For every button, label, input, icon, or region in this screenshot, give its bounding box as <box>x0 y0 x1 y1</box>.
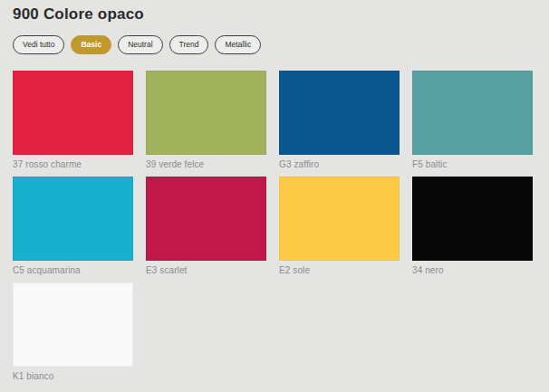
filter-chip-label: Vedi tutto <box>23 41 54 49</box>
color-swatch-e2-sole: E2 sole <box>279 177 400 276</box>
filter-chip-basic[interactable]: Basic <box>71 35 111 54</box>
filter-chip-label: Trend <box>179 41 199 49</box>
swatch-label: G3 zaffiro <box>279 159 400 170</box>
swatch-label: 34 nero <box>412 265 533 276</box>
swatch-label: C5 acquamarina <box>13 265 133 276</box>
filter-chip-group: Vedi tutto Basic Neutral Trend Metallic <box>13 35 536 54</box>
color-swatch-39-verde-felce: 39 verde felce <box>146 71 266 170</box>
filter-chip-label: Metallic <box>225 41 251 49</box>
swatch-label: K1 bianco <box>13 371 133 382</box>
color-tile-g3-zaffiro[interactable] <box>279 71 400 155</box>
color-tile-k1-bianco[interactable] <box>13 282 133 367</box>
swatch-label: F5 baltic <box>412 159 533 170</box>
filter-chip-metallic[interactable]: Metallic <box>215 35 261 54</box>
color-picker-panel: 900 Colore opaco Vedi tutto Basic Neutra… <box>0 0 549 382</box>
color-swatch-k1-bianco: K1 bianco <box>13 282 133 382</box>
page-title: 900 Colore opaco <box>13 5 536 24</box>
color-swatch-34-nero: 34 nero <box>412 177 533 276</box>
swatch-label: 39 verde felce <box>146 159 266 170</box>
filter-chip-label: Neutral <box>128 41 152 49</box>
color-swatch-37-rosso-charme: 37 rosso charme <box>13 71 133 170</box>
color-swatch-c5-acquamarina: C5 acquamarina <box>13 177 133 276</box>
color-tile-f5-baltic[interactable] <box>412 71 533 155</box>
color-swatch-f5-baltic: F5 baltic <box>412 71 533 170</box>
swatch-label: E3 scarlet <box>146 265 266 276</box>
filter-chip-neutral[interactable]: Neutral <box>118 35 162 54</box>
color-tile-39-verde-felce[interactable] <box>146 71 266 155</box>
filter-chip-trend[interactable]: Trend <box>169 35 209 54</box>
swatch-label: E2 sole <box>279 265 400 276</box>
color-tile-e3-scarlet[interactable] <box>146 177 266 261</box>
color-tile-34-nero[interactable] <box>412 177 533 261</box>
filter-chip-vedi-tutto[interactable]: Vedi tutto <box>13 35 64 54</box>
color-tile-37-rosso-charme[interactable] <box>13 71 133 155</box>
color-swatch-g3-zaffiro: G3 zaffiro <box>279 71 400 170</box>
color-swatch-e3-scarlet: E3 scarlet <box>146 177 266 276</box>
color-tile-c5-acquamarina[interactable] <box>13 177 133 261</box>
color-swatch-grid: 37 rosso charme 39 verde felce G3 zaffir… <box>13 71 536 382</box>
color-tile-e2-sole[interactable] <box>279 177 400 261</box>
filter-chip-label: Basic <box>81 41 101 49</box>
swatch-label: 37 rosso charme <box>13 159 133 170</box>
